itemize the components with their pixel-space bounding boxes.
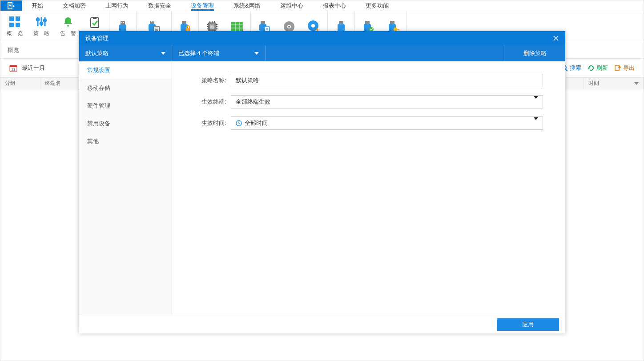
grid-icon xyxy=(8,16,21,28)
time-label: 生效时间: xyxy=(190,119,226,127)
scope-value: 全部终端生效 xyxy=(236,98,270,106)
menu-more[interactable]: 更多功能 xyxy=(356,0,398,11)
svg-point-14 xyxy=(67,25,69,27)
svg-point-61 xyxy=(311,24,315,28)
policy-dropdown-label: 默认策略 xyxy=(85,49,109,57)
dialog-close-button[interactable] xyxy=(553,35,559,41)
search-label: 搜索 xyxy=(570,64,581,72)
app-menu-button[interactable] xyxy=(0,0,22,11)
menu-datasec[interactable]: 数据安全 xyxy=(138,0,181,11)
svg-point-69 xyxy=(394,28,397,31)
export-button[interactable]: 导出 xyxy=(614,64,635,72)
subheader-title: 概览 xyxy=(8,46,19,54)
svg-rect-1 xyxy=(9,4,11,4)
dialog-top-row: 默认策略 已选择 4 个终端 删除策略 xyxy=(79,45,565,61)
menu-internet[interactable]: 上网行为 xyxy=(96,0,138,11)
sidebar-item-disable[interactable]: 禁用设备 xyxy=(79,115,172,132)
menu-sysnet[interactable]: 系统&网络 xyxy=(224,0,270,11)
chevron-down-icon xyxy=(534,120,538,127)
menu-device[interactable]: 设备管理 xyxy=(181,0,224,11)
sliders-icon xyxy=(35,16,48,28)
export-icon xyxy=(614,64,621,72)
svg-rect-22 xyxy=(151,21,152,22)
sidebar-item-general[interactable]: 常规设置 xyxy=(79,61,172,79)
main-menubar: 开始 文档加密 上网行为 数据安全 设备管理 系统&网络 运维中心 报表中心 更… xyxy=(0,0,644,11)
ribbon-overview-label: 概 览 xyxy=(5,30,24,37)
svg-rect-17 xyxy=(121,21,125,24)
ribbon-policy[interactable]: 策 略 xyxy=(28,11,55,42)
svg-rect-63 xyxy=(338,24,345,32)
close-icon xyxy=(553,35,559,41)
col-time-label: 时间 xyxy=(588,80,599,87)
svg-point-59 xyxy=(288,26,290,28)
scope-label: 生效终端: xyxy=(190,98,226,106)
svg-rect-20 xyxy=(119,24,126,32)
svg-marker-3 xyxy=(13,5,15,8)
time-select[interactable]: 全部时间 xyxy=(231,116,543,130)
svg-rect-16 xyxy=(93,17,97,19)
time-value: 全部时间 xyxy=(245,119,268,127)
svg-rect-77 xyxy=(615,65,619,71)
sidebar-item-removable[interactable]: 移动存储 xyxy=(79,79,172,97)
ribbon-policy-label: 策 略 xyxy=(32,30,51,37)
policy-dropdown[interactable]: 默认策略 xyxy=(79,45,172,61)
app-menu-icon xyxy=(7,2,15,9)
clipboard-check-icon xyxy=(89,16,101,29)
col-group[interactable]: 分组 xyxy=(0,78,40,89)
device-mgmt-dialog: 设备管理 默认策略 已选择 4 个终端 删除策略 常规设置 移动存储 硬件管理 … xyxy=(79,31,565,333)
policy-name-input[interactable]: 默认策略 xyxy=(231,74,543,87)
svg-rect-6 xyxy=(9,23,14,27)
menu-start[interactable]: 开始 xyxy=(22,0,53,11)
refresh-icon xyxy=(588,64,595,72)
svg-point-12 xyxy=(40,22,43,25)
policy-name-label: 策略名称: xyxy=(190,76,226,84)
svg-rect-23 xyxy=(153,21,153,22)
svg-point-11 xyxy=(36,18,39,21)
svg-rect-18 xyxy=(121,22,122,23)
svg-rect-47 xyxy=(231,22,243,31)
svg-rect-21 xyxy=(150,21,154,24)
chevron-down-icon xyxy=(254,52,259,55)
svg-point-13 xyxy=(44,19,46,22)
svg-rect-7 xyxy=(16,23,20,27)
delete-policy-button[interactable]: 删除策略 xyxy=(504,45,565,61)
svg-line-76 xyxy=(566,69,568,71)
svg-rect-19 xyxy=(123,22,124,23)
menu-encrypt[interactable]: 文档加密 xyxy=(53,0,96,11)
refresh-label: 刷新 xyxy=(596,64,608,72)
svg-rect-73 xyxy=(10,65,17,67)
ribbon-overview[interactable]: 概 览 xyxy=(1,11,28,42)
svg-rect-71 xyxy=(398,29,399,31)
sidebar-item-hardware[interactable]: 硬件管理 xyxy=(79,97,172,115)
svg-rect-4 xyxy=(9,16,14,21)
policy-name-value: 默认策略 xyxy=(236,76,259,84)
svg-text:CPU: CPU xyxy=(210,25,215,28)
calendar-icon: 23 xyxy=(9,64,17,72)
dialog-sidebar: 常规设置 移动存储 硬件管理 禁用设备 其他 xyxy=(79,61,172,315)
sidebar-item-other[interactable]: 其他 xyxy=(79,132,172,150)
col-time[interactable]: 时间 xyxy=(584,78,644,89)
sort-caret-icon xyxy=(634,82,639,85)
svg-rect-62 xyxy=(339,21,343,24)
dialog-footer: 应用 xyxy=(79,315,565,333)
svg-rect-52 xyxy=(261,21,265,24)
terminal-dropdown[interactable]: 已选择 4 个终端 xyxy=(172,45,266,61)
svg-rect-64 xyxy=(365,21,370,24)
scope-select[interactable]: 全部终端生效 xyxy=(231,95,543,108)
terminal-dropdown-label: 已选择 4 个终端 xyxy=(178,49,219,57)
dialog-title: 设备管理 xyxy=(85,34,109,42)
menu-ops[interactable]: 运维中心 xyxy=(270,0,313,11)
refresh-button[interactable]: 刷新 xyxy=(588,64,608,72)
export-label: 导出 xyxy=(623,64,635,72)
svg-rect-29 xyxy=(182,21,186,24)
svg-rect-2 xyxy=(9,5,11,6)
svg-rect-67 xyxy=(390,21,394,24)
chevron-down-icon xyxy=(161,52,165,55)
svg-rect-5 xyxy=(16,16,20,21)
dialog-titlebar: 设备管理 xyxy=(79,31,565,45)
svg-rect-15 xyxy=(91,18,99,28)
ribbon-alert[interactable]: 告 警 xyxy=(55,11,81,42)
apply-button[interactable]: 应用 xyxy=(497,318,559,331)
recent-filter[interactable]: 最近一月 xyxy=(22,64,45,72)
menu-report[interactable]: 报表中心 xyxy=(313,0,356,11)
